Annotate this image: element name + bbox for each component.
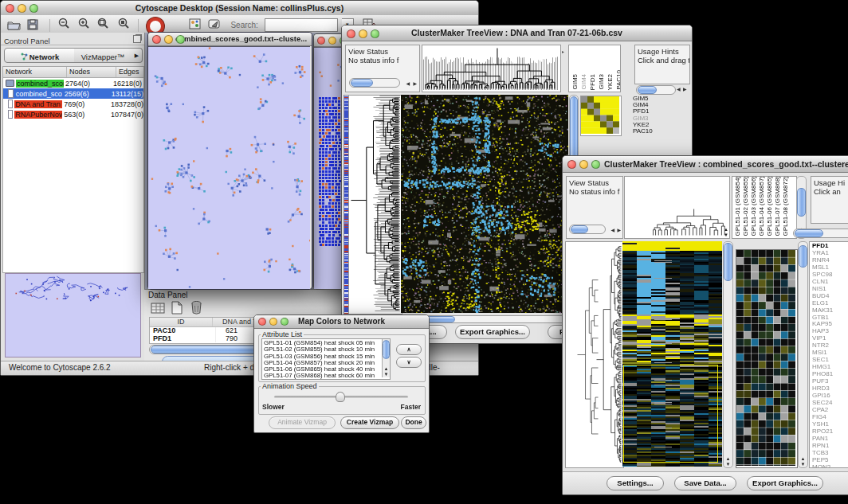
scroll-left-icon[interactable]: ◀ [677,85,681,93]
dp-col-id[interactable]: ID [150,318,213,326]
close-icon[interactable] [567,160,576,169]
tv2-zoom-heatmap[interactable] [736,250,795,466]
close-icon[interactable] [6,4,14,13]
delete-attribute-icon[interactable] [190,300,202,318]
window-controls[interactable] [6,4,38,13]
minimize-icon[interactable] [164,35,173,44]
animate-vizmap-button[interactable]: Animate Vizmap [269,416,336,429]
file-icon [8,110,13,119]
save-session-icon[interactable] [27,19,38,33]
export-graphics-button[interactable]: Export Graphics... [455,325,530,339]
annotation-select-icon[interactable] [208,18,221,33]
overview-canvas[interactable] [6,274,139,355]
tv1-usage-scrollbar[interactable] [636,85,676,95]
tv2-column-dendrogram[interactable] [625,177,728,236]
tab-vizmapper[interactable]: VizMapper™ [74,48,132,63]
network-table-row[interactable]: DNA and Tran 07769(0)183728(0) [3,99,143,109]
tv1-correlation-heatmap[interactable] [581,96,619,134]
network-canvas-1[interactable] [148,46,310,289]
tv2-gene-dendrogram[interactable] [566,242,622,466]
network-table-row[interactable]: combined_sco2569(6)13112(15) [3,88,143,99]
float-panel-icon[interactable] [133,35,141,43]
close-icon[interactable] [317,37,325,45]
network-window-title: combined_scores_good.txt--cluste... [175,34,307,43]
zoom-selected-icon[interactable] [96,18,110,33]
tab-more-button[interactable]: ▶ [132,48,143,63]
zoom-window-icon[interactable] [29,4,38,13]
zoom-fit-icon[interactable] [117,18,131,33]
zoom-window-icon[interactable] [176,35,185,44]
new-attribute-icon[interactable] [171,301,183,318]
scroll-right-icon[interactable]: ▶ [413,80,417,88]
col-header-edges[interactable]: Edges [116,67,143,77]
tv1-column-label: GIM5 [571,74,579,90]
network-table-row[interactable]: RNAPuberNov2+563(0)107847(0) [3,109,143,119]
scroll-right-icon[interactable]: ▶ [683,85,687,93]
main-titlebar[interactable]: Cytoscape Desktop (Session Name: collins… [1,1,478,16]
tv1-status-scrollbar[interactable] [349,78,400,88]
create-vizmap-button[interactable]: Create Vizmap [340,416,399,429]
done-button[interactable]: Done [401,416,426,429]
scroll-arrows[interactable]: ▲▼ [724,227,728,238]
pane-arrow-icon[interactable]: ▸ [562,48,564,56]
gene-label[interactable]: MON2 [812,464,848,468]
col-header-network[interactable]: Network [3,67,67,77]
attribute-list-label: Attribute List [261,330,304,338]
speed-slider-thumb[interactable] [336,392,345,402]
save-data-button[interactable]: Save Data... [674,476,736,490]
minimize-icon[interactable] [359,29,367,38]
zoom-window-icon[interactable] [371,29,379,38]
tv2-heatmap-vscrollbar[interactable]: ▲▼ [723,241,733,468]
tv1-column-dendrogram[interactable] [422,45,559,90]
scroll-right-icon[interactable]: ▶ [617,226,621,234]
scroll-arrows[interactable]: ▲▼ [799,456,807,467]
network-overview[interactable] [5,273,141,357]
edge-count: 16218(0) [112,80,143,88]
tv1-column-labels: GIM5GIM4PFD1GIM3YKE2PAC10 [569,45,620,90]
move-down-button[interactable]: ∨ [396,357,422,368]
treeview1-titlebar[interactable]: ClusterMaker TreeView : DNA and Tran 07-… [342,25,692,41]
settings-button[interactable]: Settings... [607,476,664,490]
zoom-window-icon[interactable] [591,160,600,169]
open-session-icon[interactable] [7,19,21,33]
view-status-line2: No status info f [346,56,419,66]
search-input[interactable] [265,18,338,32]
close-icon[interactable] [258,318,266,326]
tv1-row-labels: GIM5GIM4PFD1GIM3YKE2PAC10 [633,96,668,135]
minimize-icon[interactable] [328,37,336,45]
zoom-out-icon[interactable] [57,18,70,33]
desktop: Cytoscape Desktop (Session Name: collins… [0,0,848,504]
minimize-icon[interactable] [579,160,588,169]
scroll-arrows[interactable]: ▲▼ [383,366,390,377]
edge-count: 183728(0) [109,100,143,108]
tv2-gene-list[interactable]: PFD1YRA1RNR4MSL1SPC98CLN1NIS1BUD4ELG1MAK… [810,242,848,468]
attribute-list-vscrollbar[interactable]: ▲▼ [382,339,390,377]
zoom-in-icon[interactable] [77,18,90,33]
attribute-table-icon[interactable] [151,302,165,318]
attribute-listbox[interactable]: GPL51-01 (GSM854) heat shock 05 minGPL51… [261,338,391,380]
minimize-icon[interactable] [18,4,26,13]
tab-network[interactable]: Network [4,48,76,63]
col-header-nodes[interactable]: Nodes [67,67,116,77]
scroll-left-icon[interactable]: ◀ [406,80,410,88]
tv2-usage-scrollbar[interactable] [793,229,848,238]
tv1-heatmap[interactable] [401,95,568,313]
export-graphics-button[interactable]: Export Graphics... [747,476,823,490]
tv2-heatmap[interactable] [622,241,722,467]
close-icon[interactable] [152,35,161,44]
network-table-row[interactable]: combined_scores2764(0)16218(0) [3,78,143,88]
scroll-left-icon[interactable]: ◀ [610,226,614,234]
tv2-status-scrollbar[interactable] [569,225,606,234]
move-up-button[interactable]: ∧ [396,344,422,355]
node-count: 769(0) [62,100,109,108]
dialog-titlebar[interactable]: Map Colors to Network [254,315,429,329]
tv2-genelist-vscrollbar[interactable]: ▲▼ [798,241,808,468]
treeview2-titlebar[interactable]: ClusterMaker TreeView : combined_scores_… [563,156,848,173]
close-icon[interactable] [347,29,355,38]
attribute-item[interactable]: GPL51-07 (GSM868) heat shock 60 min [264,373,388,379]
scroll-arrows[interactable]: ▲▼ [724,456,732,467]
node-chart-icon[interactable] [189,18,201,33]
minimize-icon[interactable] [269,318,277,326]
zoom-window-icon[interactable] [281,318,289,326]
tv1-gene-dendrogram[interactable] [349,96,400,312]
